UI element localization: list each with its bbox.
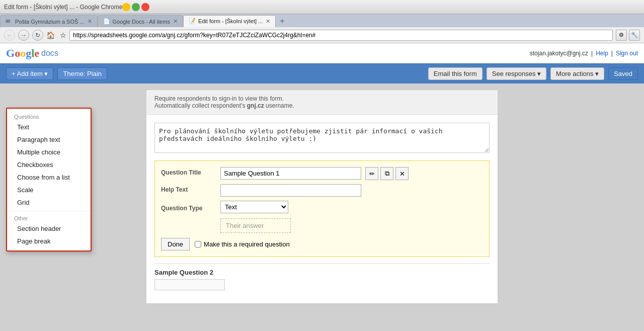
username-notice: Automatically collect respondent's gnj.c… bbox=[154, 102, 490, 109]
menu-divider bbox=[7, 211, 91, 211]
google-g-letter: Google bbox=[6, 47, 39, 60]
see-responses-button[interactable]: See responses ▾ bbox=[487, 67, 546, 80]
form-header-notice: Require respondents to sign-in to view t… bbox=[146, 90, 498, 115]
tab-form-close[interactable]: ✕ bbox=[266, 18, 270, 25]
browser-addressbar: ← → ↻ 🏠 ☆ ⚙ 🔧 bbox=[0, 27, 644, 43]
saved-status: Saved bbox=[608, 67, 638, 80]
titlebar-label: Edit form - [Školní výlet] ... - Google … bbox=[4, 4, 122, 11]
browser-tabs: ✉ Pošta Gymnázium a SOŠ ... ✕ 📄 Google D… bbox=[0, 14, 644, 27]
browser-titlebar: Edit form - [Školní výlet] ... - Google … bbox=[0, 0, 644, 14]
wrench-icon[interactable]: 🔧 bbox=[629, 30, 640, 41]
question1-title-row: Question Title ✏ ⧉ ✕ bbox=[161, 167, 483, 180]
menu-item-choose-list[interactable]: Choose from a list bbox=[7, 171, 91, 184]
menu-item-multiple-choice[interactable]: Multiple choice bbox=[7, 146, 91, 158]
question1-type-row: Question Type Text Paragraph text Multip… bbox=[161, 201, 483, 213]
tab-docs-label: Google Docs - All items bbox=[113, 19, 170, 25]
menu-item-paragraph[interactable]: Paragraph text bbox=[7, 133, 91, 146]
window-maximize-button[interactable] bbox=[132, 3, 140, 11]
menu-item-text[interactable]: Text bbox=[7, 121, 91, 133]
help-link[interactable]: Help bbox=[596, 50, 608, 57]
done-button[interactable]: Done bbox=[161, 238, 190, 251]
question1-footer: Done Make this a required question bbox=[161, 238, 483, 251]
form-description-section: Pro plánování školního výletu potřebujem… bbox=[154, 123, 490, 154]
questions-section-label: Questions bbox=[7, 112, 91, 121]
required-checkbox[interactable] bbox=[195, 241, 201, 247]
question1-edit-area: Question Title ✏ ⧉ ✕ Help Text Question … bbox=[154, 160, 490, 257]
tab-docs-all[interactable]: 📄 Google Docs - All items ✕ bbox=[98, 15, 183, 27]
home-icon[interactable]: 🏠 bbox=[46, 31, 55, 39]
edit-question-icon[interactable]: ✏ bbox=[365, 167, 378, 180]
form-body: Pro plánování školního výletu potřebujem… bbox=[146, 115, 498, 303]
user-email: stojan.jakotyc@gnj.cz bbox=[530, 50, 588, 57]
user-info-bar: stojan.jakotyc@gnj.cz | Help | Sign out bbox=[530, 50, 638, 57]
question-type-label: Question Type bbox=[161, 203, 216, 212]
signout-link[interactable]: Sign out bbox=[616, 50, 638, 57]
question2-answer-box bbox=[154, 279, 225, 290]
question1-title-input[interactable] bbox=[220, 167, 361, 180]
answer-preview: Their answer bbox=[220, 218, 291, 233]
main-content: Questions Text Paragraph text Multiple c… bbox=[0, 84, 644, 331]
forward-button[interactable]: → bbox=[18, 30, 29, 41]
question2-view: Sample Question 2 bbox=[154, 263, 490, 295]
back-button[interactable]: ← bbox=[4, 30, 15, 41]
question2-title: Sample Question 2 bbox=[154, 269, 490, 276]
signin-notice: Require respondents to sign-in to view t… bbox=[154, 95, 490, 102]
question-title-label: Question Title bbox=[161, 167, 216, 176]
window-close-button[interactable] bbox=[141, 3, 149, 11]
tab-mail-favicon: ✉ bbox=[6, 18, 13, 25]
new-tab-button[interactable]: + bbox=[276, 17, 288, 26]
tab-mail-label: Pošta Gymnázium a SOŠ ... bbox=[15, 19, 85, 25]
add-item-dropdown: Questions Text Paragraph text Multiple c… bbox=[6, 108, 92, 252]
tab-mail-close[interactable]: ✕ bbox=[88, 18, 92, 25]
tab-docs-favicon: 📄 bbox=[103, 18, 110, 25]
menu-item-scale[interactable]: Scale bbox=[7, 184, 91, 196]
tab-mail[interactable]: ✉ Pošta Gymnázium a SOŠ ... ✕ bbox=[0, 15, 98, 27]
add-item-button[interactable]: + Add item ▾ bbox=[6, 67, 53, 80]
star-icon: ☆ bbox=[60, 31, 66, 39]
copy-question-icon[interactable]: ⧉ bbox=[380, 167, 393, 180]
settings-icon[interactable]: ⚙ bbox=[616, 30, 627, 41]
question-type-select[interactable]: Text Paragraph text Multiple choice Chec… bbox=[220, 201, 288, 213]
question1-actions: ✏ ⧉ ✕ bbox=[365, 167, 409, 180]
question1-help-row: Help Text bbox=[161, 184, 483, 197]
refresh-button[interactable]: ↻ bbox=[32, 30, 43, 41]
required-label-text: Make this a required question bbox=[204, 240, 290, 248]
tab-docs-close[interactable]: ✕ bbox=[173, 18, 178, 25]
more-actions-button[interactable]: More actions ▾ bbox=[550, 67, 604, 80]
tab-edit-form[interactable]: 📝 Edit form - [Školní výlet] ... ✕ bbox=[183, 15, 276, 27]
email-form-button[interactable]: Email this form bbox=[428, 67, 482, 80]
theme-button[interactable]: Theme: Plain bbox=[57, 67, 107, 80]
menu-item-checkboxes[interactable]: Checkboxes bbox=[7, 158, 91, 171]
window-minimize-button[interactable] bbox=[122, 3, 130, 11]
url-input[interactable] bbox=[69, 30, 613, 41]
form-description-textarea[interactable]: Pro plánování školního výletu potřebujem… bbox=[154, 123, 490, 153]
menu-item-section-header[interactable]: Section header bbox=[7, 222, 91, 235]
form-container: Require respondents to sign-in to view t… bbox=[146, 90, 498, 304]
required-label: Make this a required question bbox=[195, 240, 290, 248]
other-section-label: Other bbox=[7, 213, 91, 222]
tab-form-label: Edit form - [Školní výlet] ... bbox=[198, 18, 263, 24]
tab-form-favicon: 📝 bbox=[189, 18, 196, 25]
menu-item-page-break[interactable]: Page break bbox=[7, 235, 91, 247]
google-logo: Google docs bbox=[6, 47, 58, 60]
help-text-label: Help Text bbox=[161, 184, 216, 193]
google-bar: Google docs stojan.jakotyc@gnj.cz | Help… bbox=[0, 43, 644, 63]
delete-question-icon[interactable]: ✕ bbox=[395, 167, 409, 180]
question1-help-input[interactable] bbox=[220, 184, 361, 197]
answer-preview-text: Their answer bbox=[226, 222, 264, 229]
google-docs-label: docs bbox=[41, 49, 58, 58]
app-toolbar: + Add item ▾ Theme: Plain Email this for… bbox=[0, 63, 644, 84]
menu-item-grid[interactable]: Grid bbox=[7, 196, 91, 209]
